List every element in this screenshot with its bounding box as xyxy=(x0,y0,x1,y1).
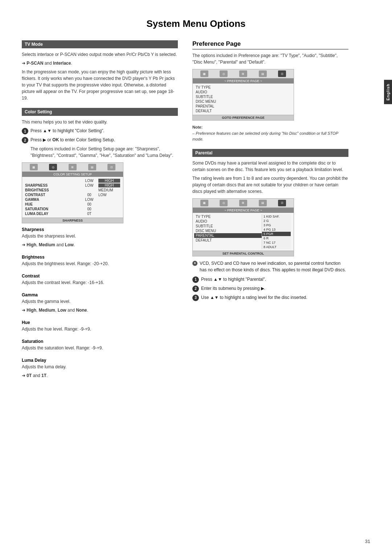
parental-section: Parental Some DVDs may have a parental l… xyxy=(192,149,348,301)
parental-pref-rows: TV TYPE AUDIO SUBTITLE DISC MENU PARENTA… xyxy=(193,213,294,251)
note-label: Note: xyxy=(192,125,203,129)
luma-arrow: ➜ 0T and 1T. xyxy=(22,372,178,379)
page-number: 31 xyxy=(365,539,370,544)
menu-icon-1: ▦ xyxy=(30,164,38,170)
parental-bullet: ● VCD, SVCD and CD have no level indicat… xyxy=(192,260,348,273)
color-setting-section: Color Setting This menu helps you to set… xyxy=(22,108,178,379)
parental-row-tvtype: TV TYPE xyxy=(196,214,262,219)
hue-body: Adjusts the hue level. Range: -9-+9. xyxy=(22,326,178,332)
color-setting-body: The options included in Color Setting Se… xyxy=(30,146,178,159)
parental-step2: 2 Enter its submenu by pressing ▶. xyxy=(192,285,348,292)
menu-row-brightness: BRIGHTNESS MEDIUM xyxy=(25,188,120,193)
menu-icon-5: ⊡ xyxy=(107,164,115,170)
parental-step1: 1 Press ▲▼ to highlight "Parental". xyxy=(192,276,348,283)
pref-menu-icons: ▦ ◎ ⊞ ▤ ⊡ xyxy=(193,69,294,78)
color-setting-header: Color Setting xyxy=(22,108,178,116)
tv-mode-body2: In the progressive scan mode, you can en… xyxy=(22,69,178,101)
menu-rows: LOW HIGH SHARPNESS LOW HIGH BRIGHTNESS M… xyxy=(22,177,123,218)
luma-delay-section: Luma Delay Adjusts the luma delay. ➜ 0T … xyxy=(22,358,178,379)
parental-row-default: DEFAULT xyxy=(196,238,262,243)
sharpness-label: Sharpness xyxy=(22,227,178,232)
gamma-section: Gamma Adjusts the gamma level. ➜ High, M… xyxy=(22,292,178,313)
pref-icon-1: ▦ xyxy=(200,70,208,77)
menu-icon-4: ▤ xyxy=(88,164,96,170)
color-setting-menu: ▦ ◎ ⊞ ▤ ⊡ COLOR SETTING SETUP LOW HIGH xyxy=(22,162,123,223)
brightness-label: Brightness xyxy=(22,255,178,260)
tv-mode-header: TV Mode xyxy=(22,40,178,48)
parental-menu-icons: ▦ ◎ ⊞ ▤ ⊡ xyxy=(193,199,294,208)
parental-icon-3: ⊞ xyxy=(239,200,247,206)
parental-row-discmenu: DISC MENU xyxy=(196,228,262,233)
parental-rating-list: 1 KID SAF. 2 G 3 PG 4 PG 13 5 PGR 6 R 7 … xyxy=(262,214,291,249)
color-setting-intro: This menu helps you to set the video qua… xyxy=(22,119,178,125)
tv-mode-section: TV Mode Selects interlace or P-SCAN vide… xyxy=(22,40,178,101)
pref-icon-4: ▤ xyxy=(259,70,267,77)
tv-mode-body1: Selects interlace or P-SCAN video output… xyxy=(22,51,178,58)
parental-step1-num: 1 xyxy=(192,276,199,283)
parental-header: Parental xyxy=(192,149,348,157)
color-step2: 2 Press ▶ or OK to enter Color Setting S… xyxy=(22,137,178,143)
parental-icon-4: ▤ xyxy=(259,200,267,206)
parental-icon-2: ◎ xyxy=(220,200,228,206)
menu-header-icons: ▦ ◎ ⊞ ▤ ⊡ xyxy=(22,163,123,172)
brightness-body: Adjusts the brightness level. Range: -20… xyxy=(22,260,178,267)
rating-2-g: 2 G xyxy=(262,219,291,223)
contrast-section: Contrast Adjusts the contrast level. Ran… xyxy=(22,274,178,286)
pref-row-parental: PARENTAL xyxy=(196,104,291,109)
step1-text: Press ▲▼ to highlight "Color Setting". xyxy=(30,127,105,134)
pref-row-discmenu: DISC MENU xyxy=(196,99,291,104)
parental-step3: 3 Use ▲▼ to highlight a rating level for… xyxy=(192,294,348,301)
rating-1-kid-saf: 1 KID SAF. xyxy=(262,214,291,219)
step2-text: Press ▶ or OK to enter Color Setting Set… xyxy=(30,137,115,143)
gamma-body: Adjusts the gamma level. xyxy=(22,298,178,305)
menu-col-headers: LOW HIGH xyxy=(25,178,120,183)
gamma-label: Gamma xyxy=(22,292,178,297)
menu-row-saturation: SATURATION 00 xyxy=(25,207,120,211)
col-high-header: HIGH xyxy=(98,179,120,183)
rating-4-pg13: 4 PG 13 xyxy=(262,227,291,232)
menu-icon-2: ◎ xyxy=(49,164,57,170)
parental-rows-container: TV TYPE AUDIO SUBTITLE DISC MENU PARENTA… xyxy=(196,214,291,249)
parental-step2-num: 2 xyxy=(192,285,199,292)
menu-row-hue: HUE 00 xyxy=(25,202,120,207)
hue-section: Hue Adjusts the hue level. Range: -9-+9. xyxy=(22,320,178,332)
pref-row-default: DEFAULT xyxy=(196,109,291,113)
parental-row-audio: AUDIO xyxy=(196,219,262,224)
parental-icon-5: ⊡ xyxy=(278,200,286,206)
preference-menu: ▦ ◎ ⊞ ▤ ⊡ ~ PREFERENCE PAGE ~ TV TYPE AU… xyxy=(192,69,294,121)
parental-menu: ▦ ◎ ⊞ ▤ ⊡ ~ PREFERENCE PAGE ~ TV TYPE AU… xyxy=(192,198,294,256)
pref-footer: GOTO PREFERENCE PAGE xyxy=(193,115,294,120)
saturation-label: Saturation xyxy=(22,339,178,344)
preference-page-section: Preference Page The options included in … xyxy=(192,40,348,142)
menu-label: COLOR SETTING SETUP xyxy=(22,172,123,177)
parental-step2-text: Enter its submenu by pressing ▶. xyxy=(201,285,265,292)
luma-label: Luma Delay xyxy=(22,358,178,363)
page-title: System Menu Options xyxy=(22,18,370,29)
parental-bullet-text: VCD, SVCD and CD have no level indicatio… xyxy=(200,260,348,273)
col-name-header xyxy=(25,179,80,183)
parental-left-rows: TV TYPE AUDIO SUBTITLE DISC MENU PARENTA… xyxy=(196,214,262,249)
left-column: TV Mode Selects interlace or P-SCAN vide… xyxy=(22,40,178,385)
pref-row-tvtype: TV TYPE xyxy=(196,85,291,90)
luma-body: Adjusts the luma delay. xyxy=(22,364,178,370)
menu-icon-3: ⊞ xyxy=(69,164,77,170)
parental-step3-text: Use ▲▼ to highlight a rating level for t… xyxy=(201,294,307,301)
pref-row-subtitle: SUBTITLE xyxy=(196,94,291,99)
sharpness-body: Adjusts the sharpness level. xyxy=(22,233,178,239)
saturation-body: Adjusts the saturation level. Range: -9-… xyxy=(22,345,178,351)
parental-body1: Some DVDs may have a parental level assi… xyxy=(192,160,348,173)
note-text: – Preference features can be selected on… xyxy=(192,131,338,142)
rating-5-pgr: 5 PGR xyxy=(262,232,291,236)
pref-row-audio: AUDIO xyxy=(196,90,291,94)
rating-6-r: 6 R xyxy=(262,236,291,240)
step2-num: 2 xyxy=(22,137,28,143)
menu-row-luma: LUMA DELAY 0T xyxy=(25,211,120,216)
menu-row-contrast: CONTRAST 00 LOW xyxy=(25,193,120,197)
gamma-arrow: ➜ High, Medium, Low and None. xyxy=(22,307,178,313)
parental-row-parental: PARENTAL xyxy=(194,233,263,238)
sharpness-section: Sharpness Adjusts the sharpness level. ➜… xyxy=(22,227,178,248)
pref-menu-label: ~ PREFERENCE PAGE ~ xyxy=(193,78,294,84)
pref-icon-2: ◎ xyxy=(220,70,228,77)
pref-icon-3: ⊞ xyxy=(239,70,247,77)
hue-label: Hue xyxy=(22,320,178,325)
